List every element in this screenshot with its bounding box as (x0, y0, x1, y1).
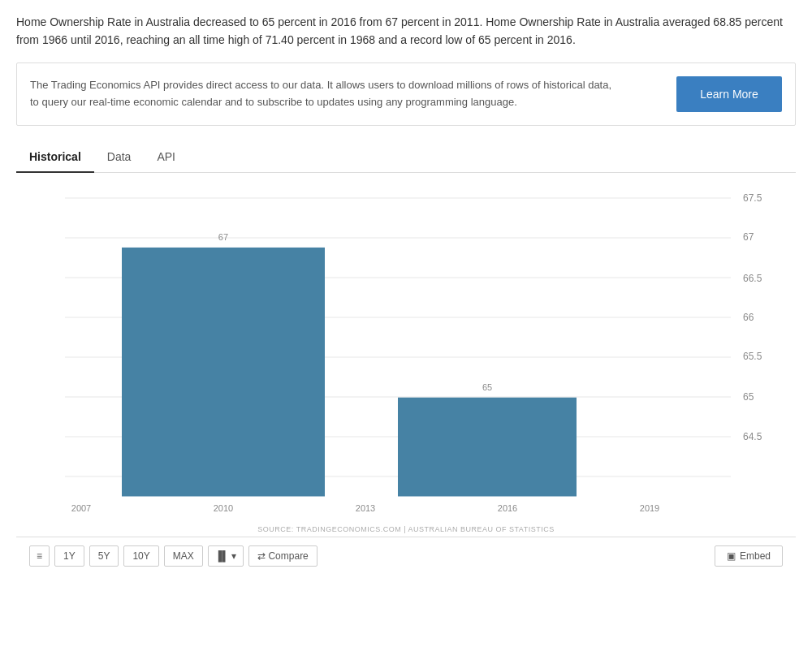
svg-text:2007: 2007 (71, 503, 91, 513)
chart-source: SOURCE: TRADINGECONOMICS.COM | AUSTRALIA… (16, 525, 796, 533)
svg-text:67: 67 (743, 231, 754, 243)
api-box-text: The Trading Economics API provides direc… (30, 77, 615, 111)
svg-text:67: 67 (218, 232, 228, 242)
bar-2010 (122, 248, 325, 497)
period-max-button[interactable]: MAX (164, 545, 203, 567)
chart-svg: 67.5 67 66.5 66 65.5 65 64.5 67 65 2007 … (16, 181, 796, 522)
svg-text:2016: 2016 (498, 503, 517, 513)
menu-icon-button[interactable]: ≡ (29, 545, 50, 567)
svg-text:67.5: 67.5 (743, 192, 762, 204)
tab-historical[interactable]: Historical (16, 142, 94, 173)
svg-text:2013: 2013 (356, 503, 375, 513)
period-10y-button[interactable]: 10Y (123, 545, 158, 567)
description-text: Home Ownership Rate in Australia decreas… (16, 13, 796, 50)
svg-text:65: 65 (482, 382, 492, 392)
chart-type-button[interactable]: ▐▌ ▾ (208, 545, 244, 567)
svg-text:65: 65 (743, 390, 754, 402)
tab-data[interactable]: Data (94, 142, 145, 173)
learn-more-button[interactable]: Learn More (676, 76, 782, 112)
chart-area: 67.5 67 66.5 66 65.5 65 64.5 67 65 2007 … (16, 181, 796, 522)
compare-button[interactable]: ⇄ Compare (248, 545, 317, 567)
period-1y-button[interactable]: 1Y (54, 545, 84, 567)
embed-icon: ▣ (727, 550, 736, 562)
svg-text:65.5: 65.5 (743, 351, 762, 362)
svg-text:2010: 2010 (214, 503, 233, 513)
period-5y-button[interactable]: 5Y (89, 545, 119, 567)
bar-2016 (398, 397, 577, 496)
svg-text:66: 66 (743, 312, 754, 323)
embed-button[interactable]: ▣ Embed (715, 545, 783, 567)
tab-api[interactable]: API (144, 142, 188, 173)
toolbar: ≡ 1Y 5Y 10Y MAX ▐▌ ▾ ⇄ Compare ▣ Embed (16, 537, 796, 575)
main-container: Home Ownership Rate in Australia decreas… (0, 0, 812, 588)
svg-text:64.5: 64.5 (743, 431, 762, 442)
api-box: The Trading Economics API provides direc… (16, 63, 796, 126)
svg-text:2019: 2019 (640, 503, 659, 513)
embed-label: Embed (740, 550, 771, 562)
tabs-container: Historical Data API (16, 142, 796, 173)
svg-text:66.5: 66.5 (743, 272, 762, 283)
